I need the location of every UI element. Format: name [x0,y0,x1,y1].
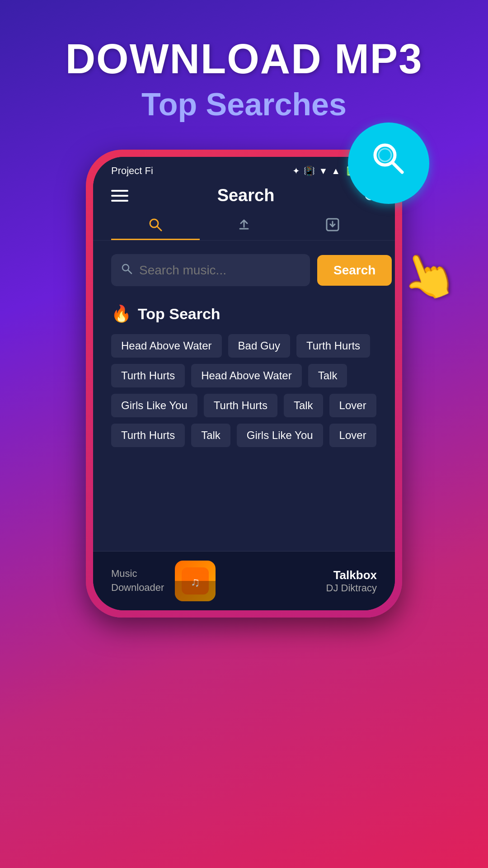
hamburger-line-3 [111,200,128,202]
bottom-right-subtitle: DJ Diktracy [226,582,377,594]
carrier-text: Project Fi [111,165,153,177]
search-button[interactable]: Search [317,255,392,286]
phone-outer: Project Fi ✦ 📳 ▼ ▲ 🔋 59% Search [86,150,402,618]
top-search-header: 🔥 Top Search [111,304,377,323]
tab-search[interactable] [111,210,200,240]
sub-title: Top Searches [27,86,461,123]
bottom-app-icon[interactable]: ♫ [175,561,216,601]
content-area [93,461,395,551]
hamburger-line-2 [111,195,128,197]
app-header: Search ↺ [93,181,395,205]
search-bar: Search [111,254,377,286]
bottom-right-title: Talkbox [226,568,377,582]
search-tag[interactable]: Girls Like You [237,424,323,447]
hamburger-line-1 [111,190,128,192]
bottom-bar: Music Downloader ♫ [93,551,395,610]
search-tag[interactable]: Turth Hurts [204,394,277,417]
bluetooth-icon: ✦ [292,165,300,176]
main-title: DOWNLOAD MP3 [27,36,461,82]
search-tag[interactable]: Talk [284,394,323,417]
wifi-icon: ▼ [319,166,328,176]
search-input[interactable] [139,263,301,278]
tabs-bar [93,205,395,240]
svg-text:♫: ♫ [191,575,200,589]
search-input-wrap [111,254,310,286]
search-tag[interactable]: Lover [329,394,376,417]
signal-icon: ▲ [331,166,340,176]
tab-upload[interactable] [200,210,288,240]
search-tag[interactable]: Girls Like You [111,394,197,417]
bottom-right-info: Talkbox DJ Diktracy [226,568,377,594]
page-header: DOWNLOAD MP3 Top Searches [0,0,488,136]
bottom-app-name-line1: Music [111,568,137,579]
svg-line-4 [157,226,161,231]
search-tag[interactable]: Bad Guy [228,334,290,358]
fire-icon: 🔥 [111,304,131,323]
svg-line-8 [128,270,131,274]
search-tag[interactable]: Turth Hurts [111,364,185,387]
app-title: Search [217,186,275,205]
search-tag[interactable]: Talk [191,424,230,447]
search-tag[interactable]: Lover [329,424,376,447]
search-tag[interactable]: Turth Hurts [296,334,370,358]
search-tag[interactable]: Talk [308,364,347,387]
bottom-app-name-text: Music Downloader [111,567,164,595]
search-tag[interactable]: Head Above Water [191,364,302,387]
bottom-app-name-line2: Downloader [111,582,164,593]
tags-container: Head Above WaterBad GuyTurth HurtsTurth … [111,334,377,447]
tab-download[interactable] [288,210,377,240]
svg-point-7 [122,264,129,271]
search-area: Search [93,241,395,295]
top-search-label: Top Search [138,305,221,323]
search-circle-icon [368,138,409,189]
svg-rect-9 [182,567,209,594]
svg-point-2 [379,149,391,161]
search-tag[interactable]: Head Above Water [111,334,222,358]
vibrate-icon: 📳 [304,165,315,176]
phone-container: 👆 Project Fi ✦ 📳 ▼ ▲ 🔋 59% [86,150,402,618]
top-search-section: 🔥 Top Search Head Above WaterBad GuyTurt… [93,295,395,461]
hamburger-menu-button[interactable] [111,190,128,202]
search-tag[interactable]: Turth Hurts [111,424,185,447]
phone-inner: Project Fi ✦ 📳 ▼ ▲ 🔋 59% Search [93,157,395,610]
search-circle-decoration [348,123,429,204]
hand-cursor-decoration: 👆 [393,241,464,311]
search-input-icon [120,262,133,278]
svg-line-1 [392,162,402,172]
